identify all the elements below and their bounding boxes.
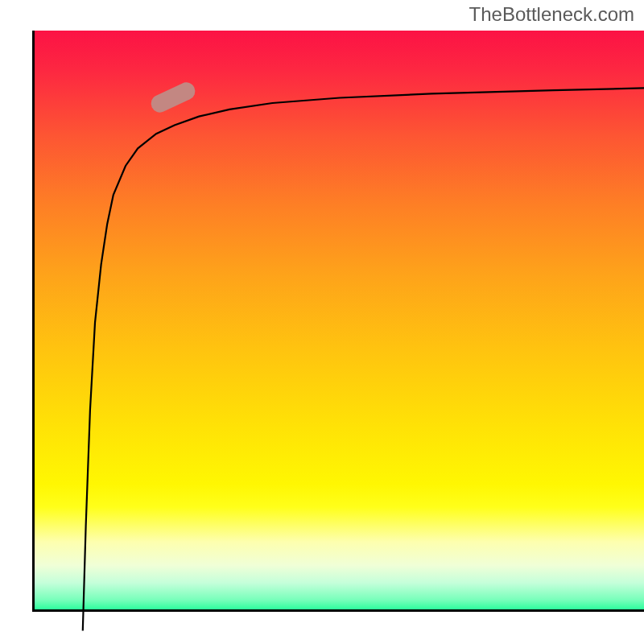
y-axis: [32, 31, 35, 612]
plot-area: [32, 31, 644, 612]
watermark-text: TheBottleneck.com: [469, 3, 634, 26]
x-axis: [32, 609, 644, 612]
bottleneck-curve: [64, 61, 644, 642]
